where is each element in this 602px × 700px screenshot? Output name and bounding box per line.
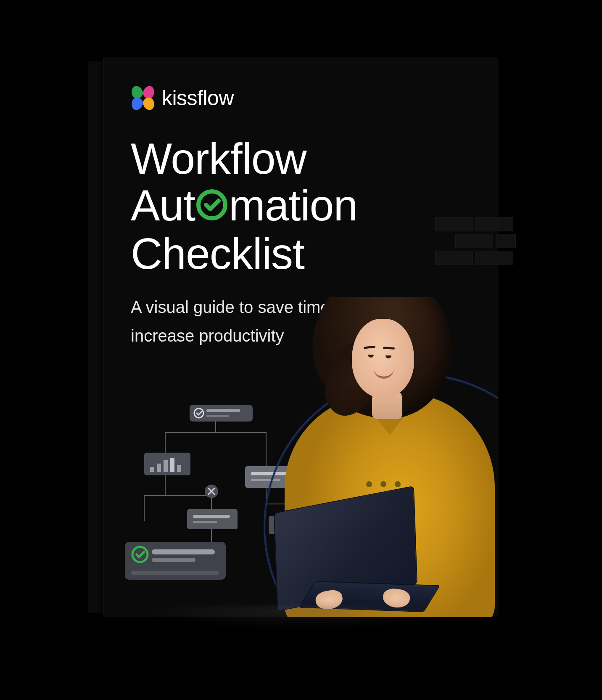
checkmark-o-icon [195, 183, 229, 230]
svg-rect-23 [152, 549, 215, 554]
svg-rect-18 [187, 509, 238, 529]
canvas: kissflow Workflow Aut mation Checklist A… [0, 0, 602, 700]
title-line-1: Workflow [131, 135, 357, 182]
svg-rect-10 [177, 465, 181, 472]
face [352, 319, 414, 398]
title-fragment: mation [229, 181, 357, 230]
svg-rect-24 [152, 558, 195, 562]
book-spine [88, 61, 103, 613]
title-line-3: Checklist [131, 231, 357, 277]
laptop [275, 499, 435, 617]
title-fragment: Aut [131, 181, 195, 230]
svg-rect-19 [193, 515, 230, 518]
svg-rect-4 [206, 415, 229, 417]
brand-logo: kissflow [131, 86, 234, 110]
svg-rect-6 [150, 467, 154, 472]
svg-rect-20 [193, 521, 217, 523]
svg-rect-3 [206, 409, 240, 412]
svg-rect-9 [170, 458, 174, 472]
title-line-2: Aut mation [131, 182, 357, 230]
person-with-laptop-illustration [238, 297, 498, 617]
book-cover: kissflow Workflow Aut mation Checklist A… [103, 57, 498, 617]
kissflow-butterfly-icon [131, 86, 155, 110]
brick-decoration [435, 217, 515, 276]
svg-rect-7 [157, 464, 161, 472]
brand-name: kissflow [162, 86, 234, 110]
svg-rect-8 [164, 460, 168, 472]
cover-title: Workflow Aut mation Checklist [131, 135, 357, 277]
svg-rect-25 [131, 571, 219, 575]
shirt-buttons [366, 481, 401, 487]
